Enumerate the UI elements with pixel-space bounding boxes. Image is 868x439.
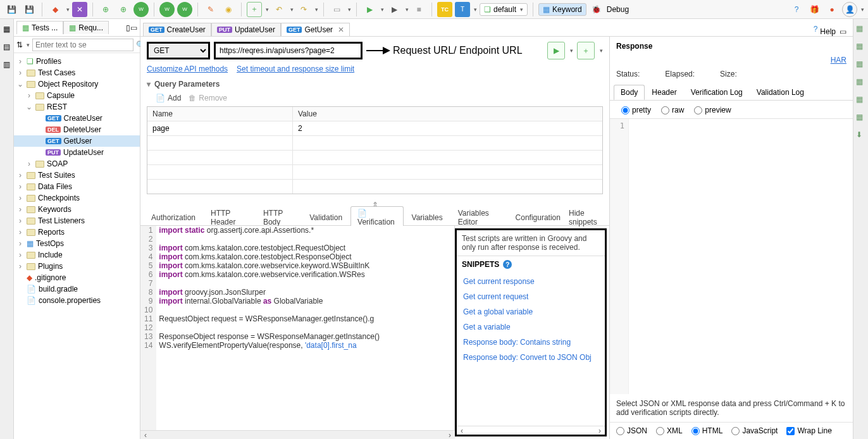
snippets-help-icon[interactable]: ? (503, 260, 512, 269)
run-icon[interactable]: ▶ (362, 2, 377, 17)
list-icon[interactable]: ▤ (2, 42, 12, 52)
qp-row[interactable] (147, 180, 602, 194)
snippet-item[interactable]: Get current request (457, 289, 605, 304)
response-tab-header[interactable]: Header (645, 85, 683, 100)
radio-raw[interactable]: raw (661, 106, 684, 114)
new-object-icon[interactable]: ⊕ (116, 2, 131, 17)
wadl-icon[interactable]: W (133, 2, 149, 17)
min-editor-icon[interactable]: ▭ (836, 27, 850, 36)
save-icon[interactable]: 💾 (4, 2, 19, 17)
filter-icon[interactable]: ⇅ (16, 40, 23, 49)
katalon-icon[interactable]: ✕ (72, 2, 87, 17)
collapse-icon[interactable]: ▯ (126, 23, 130, 32)
snippet-item[interactable]: Get current response (457, 274, 605, 289)
rg-icon-7[interactable]: ⬇ (856, 130, 866, 140)
subtab-authorization[interactable]: Authorization (144, 211, 202, 225)
snippet-item[interactable]: Response body: Convert to JSON Obj (457, 350, 605, 365)
radio-preview[interactable]: preview (694, 106, 731, 114)
tree-rest[interactable]: ⌄REST (14, 101, 140, 113)
stop-icon[interactable]: ■ (411, 2, 426, 17)
check-wrapline[interactable]: Wrap Line (786, 426, 831, 435)
rg-icon-6[interactable]: ▦ (856, 113, 866, 123)
debug-perspective-label[interactable]: Debug (607, 5, 629, 14)
new-testcase-icon[interactable]: ⊕ (98, 2, 113, 17)
remove-param-button[interactable]: 🗑Remove (189, 94, 227, 102)
tree-capsule[interactable]: ›Capsule (14, 90, 140, 101)
redo-icon[interactable]: ↷ (296, 2, 311, 17)
add-icon[interactable]: ＋ (247, 2, 262, 17)
gift-icon[interactable]: 🎁 (807, 2, 822, 17)
radio-xml[interactable]: XML (656, 426, 683, 435)
radio-json[interactable]: JSON (616, 426, 647, 435)
record-icon[interactable]: ✎ (203, 2, 218, 17)
response-tab-body[interactable]: Body (614, 85, 645, 100)
spy-icon[interactable]: ◉ (221, 2, 236, 17)
debug-run-icon[interactable]: ▶ (387, 2, 402, 17)
subtab-configuration[interactable]: Configuration (509, 211, 567, 225)
undo-icon[interactable]: ↶ (271, 2, 287, 17)
radio-html[interactable]: HTML (691, 426, 723, 435)
radio-javascript[interactable]: JavaScript (731, 426, 778, 435)
send-dropdown-icon[interactable]: ▾ (570, 47, 573, 54)
hide-snippets-link[interactable]: Hide snippets (569, 209, 605, 226)
http-method-select[interactable]: GET (147, 42, 210, 59)
help-icon[interactable]: ? (811, 22, 821, 36)
rg-icon-3[interactable]: ▦ (856, 59, 866, 70)
rg-icon-5[interactable]: ▦ (856, 95, 866, 105)
qp-row[interactable]: page2 (147, 121, 602, 136)
tree-reports[interactable]: ›Reports (14, 226, 140, 238)
profile-default-button[interactable]: ❏default▾ (480, 3, 528, 16)
har-link[interactable]: HAR (831, 56, 846, 65)
radio-pretty[interactable]: pretty (621, 106, 651, 114)
debug-icon[interactable]: 🐞 (589, 2, 604, 17)
save-all-icon[interactable]: 💾 (22, 2, 37, 17)
add-param-button[interactable]: 📄Add (156, 94, 181, 102)
response-tab-verification-log[interactable]: Verification Log (684, 85, 750, 100)
tree-keywords[interactable]: ›Keywords (14, 204, 140, 215)
tree-create-user[interactable]: GETCreateUser (14, 113, 140, 124)
rg-icon-2[interactable]: ▦ (856, 42, 866, 52)
customize-api-methods-link[interactable]: Customize API methods (147, 65, 228, 73)
horizontal-scrollbar[interactable]: ‹› (140, 430, 455, 439)
tree-delete-user[interactable]: DELDeleteUser (14, 124, 140, 135)
tree-update-user[interactable]: PUTUpdateUser (14, 147, 140, 158)
tree-include[interactable]: ›Include (14, 249, 140, 261)
tree-checkpoints[interactable]: ›Checkpoints (14, 192, 140, 204)
t-icon[interactable]: T (455, 2, 470, 17)
tree-gitignore[interactable]: ◆.gitignore (14, 272, 140, 283)
search-input[interactable] (32, 39, 133, 51)
rg-icon-4[interactable]: ▦ (856, 77, 866, 87)
response-body-viewer[interactable] (629, 119, 853, 394)
git-icon[interactable]: ◆ (47, 2, 63, 17)
qp-row[interactable] (147, 151, 602, 165)
tree-soap[interactable]: ›SOAP (14, 158, 140, 170)
editor-tab-createuser[interactable]: GETCreateUser (143, 23, 211, 36)
tc-icon[interactable]: TC (437, 2, 452, 17)
tree-test-suites[interactable]: ›Test Suites (14, 170, 140, 181)
qp-row[interactable] (147, 165, 602, 180)
rg-icon-1[interactable]: ▦ (856, 24, 866, 34)
set-timeout-link[interactable]: Set timeout and response size limit (237, 65, 354, 73)
request-url-input[interactable] (214, 42, 363, 59)
snippet-scrollbar[interactable]: ‹› (457, 426, 605, 435)
list2-icon[interactable]: ▥ (2, 59, 12, 70)
editor-tab-updateuser[interactable]: PUTUpdateUser (211, 23, 281, 36)
help-question-icon[interactable]: ? (789, 2, 804, 17)
close-tab-icon[interactable]: ✕ (335, 25, 344, 34)
side-tab-tests[interactable]: ▦Tests ... (16, 21, 63, 34)
tree-data-files[interactable]: ›Data Files (14, 181, 140, 192)
snippet-item[interactable]: Response body: Contains string (457, 335, 605, 350)
collapse-qp-icon[interactable]: ▾ (147, 80, 151, 89)
notification-icon[interactable]: ● (824, 2, 840, 17)
editor-tab-getuser[interactable]: GETGetUser✕ (281, 23, 350, 36)
user-avatar-icon[interactable]: 👤 (842, 2, 857, 17)
response-tab-validation-log[interactable]: Validation Log (750, 85, 811, 100)
wsdl-icon[interactable]: W (159, 2, 175, 17)
send-request-button[interactable]: ▶ (547, 42, 565, 59)
tree-get-user[interactable]: GETGetUser (14, 135, 140, 147)
tree-icon[interactable]: ▦ (2, 24, 12, 34)
subtab-validation[interactable]: Validation (302, 211, 349, 225)
help-label[interactable]: Help (820, 27, 836, 36)
device-icon[interactable]: ▭ (329, 2, 344, 17)
snippet-item[interactable]: Get a variable (457, 319, 605, 335)
